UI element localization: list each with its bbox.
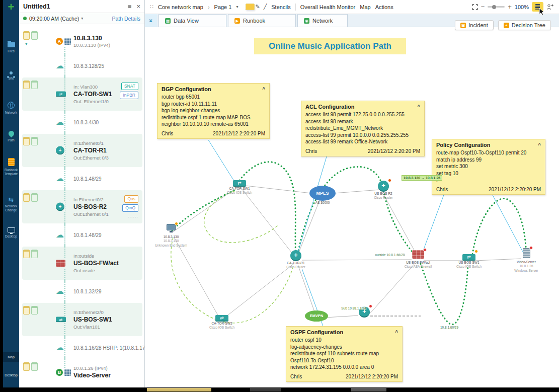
topology-node-ca-tor-r1[interactable]: +CA-TOR-R1Cisco Router <box>273 250 318 270</box>
hop-badge[interactable]: SNAT <box>121 83 138 90</box>
data-table-icon[interactable] <box>31 137 38 145</box>
incident-button[interactable]: ▣Incident <box>455 20 494 30</box>
status-time[interactable]: 09:20:00 AM (Cache) <box>29 16 79 22</box>
path-hop-network[interactable]: ☁10.8.1.32/29 <box>22 282 142 301</box>
tab-network[interactable]: ◉Network <box>297 14 348 27</box>
path-hop-device[interactable]: +In:Ethernet0/1CA-TOR-R1Out:Ethernet 0/3 <box>22 134 142 167</box>
data-table-icon[interactable] <box>31 306 38 315</box>
pen-tool-icon[interactable]: ✎ <box>255 4 260 10</box>
zoom-in-button[interactable]: + <box>508 3 512 11</box>
zoom-level[interactable]: 100% <box>515 4 529 10</box>
path-details-link[interactable]: Path Details <box>112 16 140 22</box>
decision-tree-button[interactable]: +Decision Tree <box>498 20 551 30</box>
tab-data-view[interactable]: ▦Data View <box>158 14 226 27</box>
path-hop-device[interactable]: In:outsideUS-BOS-FW/actOut:inside <box>22 247 142 280</box>
tab-runbook[interactable]: ▶Runbook <box>228 14 296 27</box>
data-table-icon[interactable] <box>31 250 38 258</box>
sidebar-item-map[interactable]: Map <box>3 352 19 362</box>
taskbar-thumbnail[interactable] <box>351 388 386 391</box>
map-menu-button[interactable]: Map <box>360 4 370 10</box>
topology-node-edge-router[interactable]: + <box>342 306 387 318</box>
topology-node-us-bos-sw1[interactable]: ⇄US-BOS-SW1Cisco IOS Switch <box>446 252 492 269</box>
chevron-down-icon[interactable]: ▾ <box>25 41 28 46</box>
topology-node-us-bos-fw-act[interactable]: US-BOS-FW/actCisco ASA Firewall <box>395 250 441 269</box>
chevron-down-icon[interactable]: ▾ <box>236 5 238 9</box>
note-bgp-configuration[interactable]: BGP Configuration^ router bgp 65001 bgp … <box>157 83 270 139</box>
more-badges-dots[interactable]: ...... <box>128 213 138 218</box>
topology-node-10-8-3-130[interactable]: 10.8.3.13010.8.3.130Unknown End System <box>148 224 194 248</box>
data-table-icon[interactable] <box>23 31 30 40</box>
hop-badge[interactable]: QinQ <box>122 204 138 212</box>
line-tool-icon[interactable]: ╱ <box>264 4 267 10</box>
path-hop-network[interactable]: ☁10.8.1.48/29 <box>22 225 142 245</box>
collapse-icon[interactable]: ^ <box>395 330 398 335</box>
sidebar-item-runbook-template[interactable]: Runbook Template <box>3 158 19 176</box>
close-icon[interactable]: × <box>136 3 140 10</box>
chevron-down-icon[interactable]: ▾ <box>81 16 83 21</box>
data-table-icon[interactable] <box>23 137 30 145</box>
path-hop-network[interactable]: ☁10.8.1.16/28 HSRP: 1(10.8.1.17) <box>22 338 142 357</box>
collapse-icon[interactable]: ^ <box>538 142 541 148</box>
path-hop-device[interactable]: ⇄In: Vlan300CA-TOR-SW1Out: Ethernet1/0SN… <box>22 77 142 111</box>
note-header: ACL Configuration^ <box>305 104 420 110</box>
note-policy-configuration[interactable]: Policy Configuration^ route-map Ospf10-T… <box>432 139 545 195</box>
topology-node-emvpn[interactable]: EMVPN <box>294 310 339 322</box>
path-hop-device[interactable]: ⇄In:Ethernet2/0US-BOS-SW1Out:Vlan101 <box>22 303 142 336</box>
path-hop-network[interactable]: ☁10.8.1.48/29 <box>22 169 142 188</box>
hop-badge[interactable]: Qos <box>124 195 138 203</box>
page-selector[interactable]: Page 1 <box>214 4 232 10</box>
zoom-slider-thumb[interactable] <box>492 5 496 9</box>
sidebar-item-path[interactable]: Path <box>3 131 19 142</box>
note-acl-configuration[interactable]: ACL Configuration^ access-list 98 permit… <box>301 101 425 156</box>
sticky-note-tool-icon[interactable] <box>246 4 255 10</box>
hop-badge[interactable]: InPBR <box>120 92 138 99</box>
path-panel-header: Untitled1 ≡ × <box>19 0 144 13</box>
network-cloud-icon: ☁ <box>56 344 64 352</box>
topology-node-ca-tor-sw2[interactable]: ⇄CA-TOR-SW2Cisco IOS Switch <box>199 312 245 330</box>
zoom-out-button[interactable]: − <box>481 3 485 11</box>
data-table-icon[interactable] <box>23 81 30 89</box>
taskbar-thumbnail[interactable] <box>250 388 281 391</box>
path-hop-device[interactable]: +In:Ethernet0/2US-BOS-R2Out:Ethernet 0/1… <box>22 190 142 223</box>
data-table-icon[interactable] <box>31 193 38 202</box>
note-ospf-configuration[interactable]: OSPF Configuration^ router ospf 10 log-a… <box>286 326 403 382</box>
topology-node-ca-tor-sw1[interactable]: ⇄CA-TOR-SW1Cisco IOS Switch <box>217 178 262 195</box>
data-table-icon[interactable] <box>23 306 30 315</box>
collapse-icon[interactable]: ^ <box>417 104 420 110</box>
map-name[interactable]: Core network map <box>158 4 203 10</box>
path-hop-device[interactable]: ▾A10.8.3.13010.8.3.130 (IPv4) <box>22 28 142 54</box>
data-table-icon[interactable] <box>31 81 38 89</box>
data-table-icon[interactable] <box>23 362 30 371</box>
path-hop-device[interactable]: B10.8.1.26 (IPv4)Video-Server <box>22 359 142 385</box>
sidebar-item-network[interactable]: Network <box>3 102 19 115</box>
path-hop-network[interactable]: ☁10.8.3.4/30 <box>22 113 142 132</box>
path-hop-network[interactable]: ☁10.8.3.128/25 <box>22 56 142 75</box>
data-table-icon[interactable] <box>31 31 38 40</box>
runbook-panel-button-active[interactable] <box>532 2 543 12</box>
collapse-tabs-icon[interactable]: » <box>145 14 157 27</box>
topology-node-video-server[interactable]: Video-Server10.8.1.26Windows Server <box>504 248 549 273</box>
fit-screen-icon[interactable] <box>472 4 478 10</box>
sidebar-item-desktop[interactable]: Desktop <box>3 227 19 239</box>
topology-node-us-bos-r2[interactable]: +US-BOS-R2Cisco Router <box>361 181 406 200</box>
new-button[interactable]: + <box>3 0 19 14</box>
actions-menu-button[interactable]: Actions <box>375 4 393 10</box>
stencils-button[interactable]: Stencils <box>271 4 291 10</box>
share-icon[interactable] <box>546 4 554 10</box>
topology-node-mpls[interactable]: MPLSAS 30000 <box>300 186 345 205</box>
menu-icon[interactable]: ≡ <box>128 3 132 10</box>
sidebar-item-site[interactable]: Site <box>3 71 19 81</box>
live-status-dot <box>23 17 27 20</box>
taskbar-thumbnail[interactable] <box>147 388 211 391</box>
collapse-icon[interactable]: ^ <box>262 87 265 92</box>
sidebar-item-desktop-bottom[interactable]: Desktop <box>3 370 19 380</box>
overall-health-monitor-button[interactable]: Overall Health Monitor <box>300 4 355 10</box>
data-table-icon[interactable] <box>23 193 30 202</box>
sidebar-item-files[interactable]: Files <box>3 42 19 53</box>
data-table-icon[interactable] <box>31 362 38 371</box>
node-label: US-BOS-SW1 <box>446 261 492 265</box>
sidebar-item-network-change[interactable]: ⇆Network Change <box>3 196 19 212</box>
data-table-icon[interactable] <box>23 250 30 258</box>
drag-handle-icon[interactable]: ∷ <box>150 4 153 10</box>
zoom-slider[interactable] <box>488 6 505 8</box>
